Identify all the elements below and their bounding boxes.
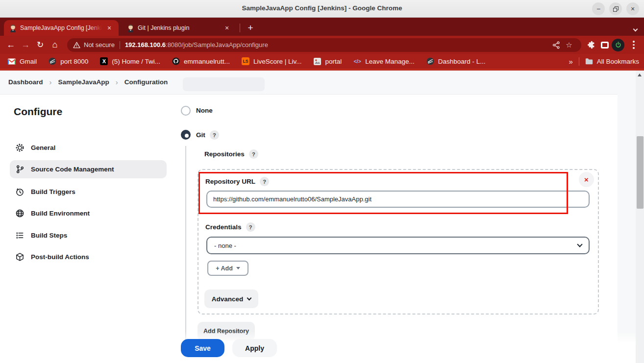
url-host: 192.168.100.6 [125, 41, 166, 48]
jenkins-page: Dashboard › SampleJavaApp › Configuratio… [0, 71, 644, 363]
radio-none-label: None [196, 107, 213, 114]
bookmark-label: emmanuelrutt... [184, 58, 230, 65]
help-icon[interactable]: ? [260, 177, 269, 186]
bookmarks-divider [579, 57, 579, 66]
chevron-right-icon: › [50, 78, 52, 86]
advanced-label: Advanced [212, 295, 244, 303]
breadcrumb-samplejavaapp[interactable]: SampleJavaApp [58, 78, 109, 86]
sidebar-item-label: Build Environment [31, 210, 90, 217]
all-bookmarks-label: All Bookmarks [597, 58, 639, 65]
tab-title: SampleJavaApp Config [Jenkins] [20, 24, 102, 31]
new-tab-button[interactable]: + [244, 22, 257, 34]
tab-git-jenkins-plugin[interactable]: Git | Jenkins plugin × [122, 20, 236, 36]
repository-url-label: Repository URL ? [205, 177, 269, 186]
livescore-icon: LS [242, 57, 249, 65]
share-icon[interactable] [550, 39, 563, 51]
close-button[interactable]: × [626, 2, 639, 15]
sidebar-item-build-steps[interactable]: Build Steps [10, 226, 167, 244]
extensions-icon[interactable] [585, 39, 598, 51]
bookmark-label: Dashboard - L... [438, 58, 486, 65]
side-panel-icon[interactable] [601, 42, 609, 48]
bookmarks-bar: Gmail port 8000 X (5) Home / Twi... emma… [0, 54, 644, 69]
gmail-icon [8, 57, 16, 65]
add-credentials-button[interactable]: + Add [207, 261, 248, 276]
omnibox-divider [120, 41, 120, 49]
bookmark-github-profile[interactable]: emmanuelrutt... [172, 57, 230, 65]
bookmarks-overflow-button[interactable]: » [569, 57, 572, 66]
bookmark-livescore[interactable]: LS LiveScore | Liv... [242, 57, 302, 65]
bookmark-portal[interactable]: portal [313, 57, 342, 65]
scrollbar-thumb[interactable] [637, 136, 644, 209]
warning-icon [73, 42, 80, 48]
section-left-border [185, 146, 186, 363]
bookmark-dashboard[interactable]: Dashboard - L... [426, 57, 486, 65]
github-icon [172, 57, 180, 65]
security-label[interactable]: Not secure [84, 41, 115, 48]
credentials-selected-value: - none - [214, 242, 236, 249]
help-icon[interactable]: ? [246, 222, 255, 232]
page-right-gutter [618, 71, 636, 363]
chevron-down-icon [577, 242, 582, 247]
forward-button[interactable]: → [18, 38, 33, 52]
delete-repository-button[interactable]: × [579, 172, 594, 187]
url-path: :8080/job/SampleJavaApp/configure [166, 41, 268, 48]
sidebar-item-build-triggers[interactable]: Build Triggers [10, 183, 167, 201]
sidebar-item-label: Build Steps [31, 232, 67, 239]
sidebar-item-source-code-management[interactable]: Source Code Management [10, 160, 167, 178]
menu-icon[interactable] [627, 39, 640, 51]
advanced-button[interactable]: Advanced [204, 290, 258, 308]
tab-samplejavaapp-config[interactable]: SampleJavaApp Config [Jenkins] × [4, 20, 119, 36]
tab-close-icon[interactable]: × [105, 24, 114, 32]
help-icon[interactable]: ? [210, 130, 219, 140]
caret-down-icon [236, 267, 240, 269]
sidebar-item-label: General [31, 144, 55, 151]
home-button[interactable]: ⌂ [48, 38, 62, 52]
sidebar-item-general[interactable]: General [10, 139, 167, 157]
bookmark-twitter-home[interactable]: X (5) Home / Twi... [100, 57, 160, 65]
apply-button[interactable]: Apply [232, 339, 277, 357]
sidebar-item-build-environment[interactable]: Build Environment [10, 204, 167, 222]
sidebar-item-post-build-actions[interactable]: Post-build Actions [10, 248, 167, 266]
credentials-select[interactable]: - none - [206, 237, 590, 254]
bookmark-star-icon[interactable]: ☆ [563, 39, 575, 51]
list-icon [15, 231, 25, 240]
browser-toolbar: ← → ↻ ⌂ Not secure 192.168.100.6 :8080/j… [0, 36, 644, 54]
bookmark-gmail[interactable]: Gmail [8, 57, 37, 65]
tab-strip: SampleJavaApp Config [Jenkins] × Git | J… [0, 18, 644, 36]
radio-none[interactable] [181, 106, 191, 116]
tab-title: Git | Jenkins plugin [138, 24, 189, 31]
profile-avatar[interactable] [612, 39, 624, 51]
all-bookmarks-button[interactable]: All Bookmarks [585, 57, 639, 65]
bookmark-leave-management[interactable]: </> Leave Manage... [353, 57, 415, 65]
save-button[interactable]: Save [181, 339, 224, 357]
help-icon[interactable]: ? [249, 149, 258, 159]
browser-window: SampleJavaApp Config [Jenkins] - Google … [0, 0, 644, 363]
tab-divider [240, 24, 240, 32]
chevron-down-icon [247, 296, 252, 301]
close-icon: × [631, 5, 635, 13]
window-title: SampleJavaApp Config [Jenkins] - Google … [0, 4, 644, 12]
address-bar[interactable]: Not secure 192.168.100.6 :8080/job/Sampl… [67, 38, 581, 52]
radio-git-label: Git ? [196, 130, 219, 140]
toolbar-right-icons [585, 39, 640, 51]
page-scrollbar[interactable] [636, 71, 644, 363]
back-button[interactable]: ← [3, 38, 18, 52]
reload-button[interactable]: ↻ [33, 38, 48, 52]
breadcrumb-dashboard[interactable]: Dashboard [8, 78, 43, 86]
sidebar-item-label: Build Triggers [31, 188, 75, 195]
globe-icon [49, 57, 56, 65]
delete-icon: × [584, 175, 589, 184]
tab-close-icon[interactable]: × [223, 24, 231, 32]
minimize-button[interactable]: − [592, 2, 605, 15]
tab-search-button[interactable] [634, 24, 637, 33]
bookmark-label: port 8000 [60, 58, 88, 65]
breadcrumb-configuration[interactable]: Configuration [124, 78, 168, 86]
scrollbar-up-arrow[interactable] [638, 73, 642, 76]
bookmark-port-8000[interactable]: port 8000 [49, 57, 88, 65]
page-title: Configure [14, 106, 62, 118]
window-controls: − × [592, 2, 639, 15]
maximize-button[interactable] [609, 2, 622, 15]
image-icon [313, 57, 321, 65]
scrolled-header-remnant [183, 77, 265, 91]
radio-git[interactable] [181, 130, 191, 140]
